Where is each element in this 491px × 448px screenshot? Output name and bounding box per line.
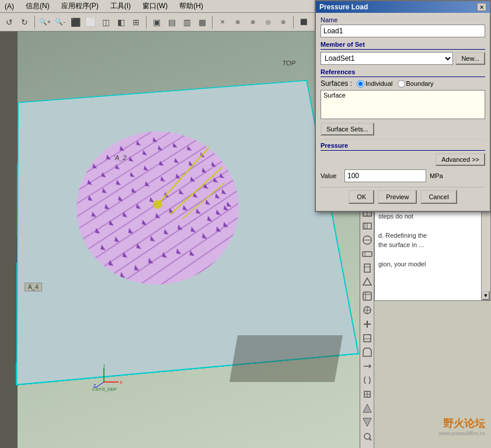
toolbar-btn-3[interactable]: ⬜ [83, 15, 97, 29]
text-line-5 [378, 250, 487, 260]
dialog-titlebar: Pressure Load ✕ [316, 1, 490, 13]
sidebar-icon-3[interactable] [361, 234, 374, 246]
sidebar-icon-9[interactable] [361, 318, 374, 331]
dialog-title: Pressure Load [319, 3, 368, 11]
sidebar-icon-6[interactable] [361, 276, 374, 289]
dialog-buttons: OK Preview Cancel [321, 187, 485, 207]
individual-radio-input[interactable] [357, 80, 364, 88]
toolbar-btn-5[interactable]: ◧ [114, 15, 128, 29]
label-a2: 'A_2 [114, 154, 127, 161]
sidebar-icon-17[interactable] [361, 430, 374, 443]
pressure-section: Pressure Advanced >> Value MPa [321, 139, 485, 182]
sidebar-icon-14[interactable] [361, 388, 374, 401]
toolbar-btn-10[interactable]: ▦ [195, 15, 209, 29]
menu-info[interactable]: 信息(N) [23, 0, 52, 12]
sidebar-icon-2[interactable] [361, 220, 374, 232]
references-section: References [321, 68, 485, 77]
pressure-load-dialog: Pressure Load ✕ Name Member of Set LoadS… [315, 0, 491, 212]
name-input[interactable] [321, 25, 485, 37]
svg-rect-100 [364, 335, 371, 342]
surfaces-label: Surfaces : [321, 79, 352, 88]
menu-window[interactable]: 窗口(W) [140, 0, 170, 12]
watermark-url: www.proewildfire.cn [438, 430, 485, 436]
toolbar-sep-3 [212, 16, 213, 29]
sidebar-icon-11[interactable] [361, 346, 374, 359]
surface-list[interactable]: Surface [321, 90, 485, 119]
menu-app[interactable]: 应用程序(P) [59, 0, 101, 12]
individual-label: Individual [365, 80, 392, 87]
toolbar-btn-4[interactable]: ◫ [99, 15, 113, 29]
watermark: 野火论坛 www.proewildfire.cn [438, 416, 485, 436]
pressure-section-label: Pressure [321, 142, 485, 151]
svg-text:Y: Y [103, 364, 106, 367]
sidebar-icon-10[interactable] [361, 332, 374, 345]
individual-radio[interactable]: Individual [357, 80, 392, 88]
toolbar-btn-16[interactable]: ⬛ [297, 15, 311, 29]
sidebar-icon-7[interactable] [361, 290, 374, 303]
text-panel-scrollbar[interactable]: ▲ ▼ [481, 199, 490, 300]
toolbar-btn-11[interactable]: ✕ [215, 15, 229, 29]
text-line-6: gion, your model [378, 259, 487, 269]
toolbar-btn-14[interactable]: ◎ [261, 15, 275, 29]
dialog-close-button[interactable]: ✕ [477, 3, 486, 11]
toolbar-sep-2 [146, 16, 147, 29]
member-of-set-dropdown[interactable]: LoadSet1 [321, 52, 453, 65]
toolbar-btn-0[interactable]: ↺ [2, 15, 16, 29]
toolbar-btn-15[interactable]: ⊛ [276, 15, 290, 29]
dialog-body: Name Member of Set LoadSet1 New... Refer… [316, 13, 490, 211]
member-of-set-row: LoadSet1 New... [321, 52, 485, 65]
scroll-down-button[interactable]: ▼ [482, 291, 490, 300]
sidebar-icon-15[interactable] [361, 402, 374, 415]
toolbar-sep-1 [34, 16, 35, 29]
svg-line-78 [154, 147, 215, 204]
menu-a[interactable]: (A) [2, 1, 16, 12]
svg-rect-93 [363, 292, 371, 300]
boundary-radio[interactable]: Boundary [398, 80, 434, 88]
sidebar-icon-4[interactable] [361, 248, 374, 261]
top-label: TOP [283, 60, 295, 67]
toolbar-sep-4 [293, 16, 294, 29]
sidebar-icon-12[interactable] [361, 360, 374, 373]
advanced-button[interactable]: Advanced >> [436, 153, 485, 166]
value-row: Value MPa [321, 169, 485, 182]
menu-tools[interactable]: 工具(I) [108, 0, 133, 12]
menu-help[interactable]: 帮助(H) [177, 0, 206, 12]
svg-line-79 [166, 167, 228, 214]
toolbar-btn-1[interactable]: ↻ [18, 15, 32, 29]
toolbar-btn-zoom-out[interactable]: 🔍- [53, 15, 67, 29]
watermark-text: 野火论坛 [438, 416, 485, 430]
text-panel: lve offsetting one steps do not d. Redef… [374, 199, 491, 301]
wcs-marker: X Y Z CSYS_DEF [92, 364, 127, 392]
toolbar-btn-12[interactable]: ⊕ [231, 15, 245, 29]
sidebar-icon-13[interactable] [361, 374, 374, 387]
toolbar-btn-7[interactable]: ▣ [149, 15, 163, 29]
svg-marker-99 [366, 321, 368, 323]
toolbar-btn-13[interactable]: ⊗ [246, 15, 260, 29]
new-set-button[interactable]: New... [455, 52, 485, 65]
viewport[interactable]: TOP 'A_2 A_4 X Y Z CSYS_DEF [0, 32, 360, 448]
sidebar-icon-8[interactable] [361, 304, 374, 317]
unit-label: MPa [430, 172, 453, 179]
surface-item: Surface [323, 92, 346, 99]
boundary-radio-input[interactable] [398, 80, 405, 88]
boundary-label: Boundary [406, 80, 434, 87]
toolbar-btn-9[interactable]: ▥ [180, 15, 194, 29]
toolbar-btn-zoom-in[interactable]: 🔍+ [38, 15, 52, 29]
svg-line-80 [179, 183, 229, 219]
toolbar-btn-fit[interactable]: ⬛ [68, 15, 82, 29]
svg-line-106 [369, 438, 371, 440]
toolbar-btn-6[interactable]: ⊞ [129, 15, 143, 29]
value-input[interactable] [344, 169, 426, 182]
ok-button[interactable]: OK [349, 190, 374, 204]
cancel-button[interactable]: Cancel [420, 190, 457, 204]
references-row: Surfaces : Individual Boundary [321, 79, 485, 88]
label-a4: A_4 [25, 283, 42, 291]
preview-button[interactable]: Preview [378, 190, 417, 204]
toolbar-btn-8[interactable]: ▤ [165, 15, 179, 29]
text-line-4: the surface in ... [378, 240, 487, 250]
sidebar-icon-16[interactable] [361, 416, 374, 429]
member-of-set-section: Member of Set [321, 41, 485, 50]
name-label: Name [321, 16, 485, 23]
surface-sets-button[interactable]: Surface Sets... [321, 123, 374, 136]
sidebar-icon-5[interactable] [361, 262, 374, 275]
